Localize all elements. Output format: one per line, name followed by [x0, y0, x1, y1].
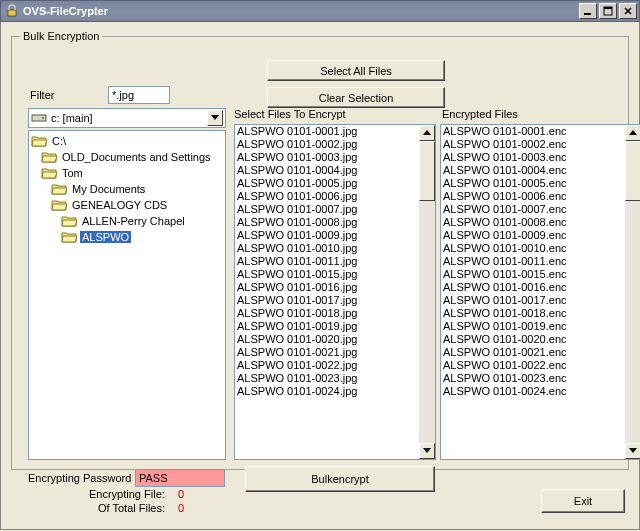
window-title: OVS-FileCrypter: [23, 5, 579, 17]
scroll-up-icon[interactable]: [419, 125, 435, 141]
minimize-button[interactable]: [579, 3, 597, 19]
folder-open-icon: [61, 230, 77, 244]
scroll-down-icon[interactable]: [419, 443, 435, 459]
list-item[interactable]: ALSPWO 0101-0003.enc: [443, 151, 623, 164]
maximize-button[interactable]: [599, 3, 617, 19]
list-item[interactable]: ALSPWO 0101-0020.enc: [443, 333, 623, 346]
list-item[interactable]: ALSPWO 0101-0023.enc: [443, 372, 623, 385]
password-label: Encrypting Password: [28, 472, 131, 484]
list-item[interactable]: ALSPWO 0101-0007.enc: [443, 203, 623, 216]
drive-text: c: [main]: [51, 112, 93, 124]
scroll-thumb[interactable]: [625, 141, 640, 201]
list-item[interactable]: ALSPWO 0101-0008.enc: [443, 216, 623, 229]
list-item[interactable]: ALSPWO 0101-0010.jpg: [237, 242, 417, 255]
list-item[interactable]: ALSPWO 0101-0021.enc: [443, 346, 623, 359]
list-item[interactable]: ALSPWO 0101-0001.jpg: [237, 125, 417, 138]
list-item[interactable]: ALSPWO 0101-0002.enc: [443, 138, 623, 151]
drive-combo[interactable]: c: [main]: [28, 108, 226, 128]
list-item[interactable]: ALSPWO 0101-0020.jpg: [237, 333, 417, 346]
list-item[interactable]: ALSPWO 0101-0003.jpg: [237, 151, 417, 164]
tree-item[interactable]: ALLEN-Perry Chapel: [31, 213, 223, 229]
tree-item[interactable]: C:\: [31, 133, 223, 149]
drive-icon: [31, 112, 47, 124]
folder-open-icon: [31, 134, 47, 148]
encrypted-files-label: Encrypted Files: [442, 108, 518, 120]
chevron-down-icon[interactable]: [207, 110, 223, 126]
list-item[interactable]: ALSPWO 0101-0016.jpg: [237, 281, 417, 294]
encrypted-files-list[interactable]: ALSPWO 0101-0001.encALSPWO 0101-0002.enc…: [440, 124, 640, 460]
encrypting-file-value: 0: [178, 488, 184, 500]
list-item[interactable]: ALSPWO 0101-0024.enc: [443, 385, 623, 398]
list-item[interactable]: ALSPWO 0101-0022.jpg: [237, 359, 417, 372]
bulk-encrypt-button[interactable]: Bulkencrypt: [245, 466, 435, 492]
tree-item-label: ALLEN-Perry Chapel: [80, 215, 187, 227]
list-item[interactable]: ALSPWO 0101-0005.jpg: [237, 177, 417, 190]
scrollbar[interactable]: [419, 125, 435, 459]
list-item[interactable]: ALSPWO 0101-0005.enc: [443, 177, 623, 190]
tree-item-label: OLD_Documents and Settings: [60, 151, 213, 163]
folder-tree[interactable]: C:\OLD_Documents and SettingsTomMy Docum…: [28, 130, 226, 460]
svg-rect-1: [584, 13, 591, 15]
list-item[interactable]: ALSPWO 0101-0015.jpg: [237, 268, 417, 281]
encrypting-file-label: Encrypting File:: [89, 488, 165, 500]
list-item[interactable]: ALSPWO 0101-0006.jpg: [237, 190, 417, 203]
client-area: Bulk Encryption Select All Files Clear S…: [0, 22, 640, 530]
list-item[interactable]: ALSPWO 0101-0018.enc: [443, 307, 623, 320]
list-item[interactable]: ALSPWO 0101-0022.enc: [443, 359, 623, 372]
exit-button[interactable]: Exit: [541, 489, 625, 513]
scroll-thumb[interactable]: [419, 141, 435, 201]
list-item[interactable]: ALSPWO 0101-0009.jpg: [237, 229, 417, 242]
tree-item[interactable]: Tom: [31, 165, 223, 181]
tree-item-label: My Documents: [70, 183, 147, 195]
scroll-down-icon[interactable]: [625, 443, 640, 459]
list-item[interactable]: ALSPWO 0101-0009.enc: [443, 229, 623, 242]
tree-item-label: C:\: [50, 135, 68, 147]
list-item[interactable]: ALSPWO 0101-0004.jpg: [237, 164, 417, 177]
scrollbar[interactable]: [625, 125, 640, 459]
list-item[interactable]: ALSPWO 0101-0017.enc: [443, 294, 623, 307]
list-item[interactable]: ALSPWO 0101-0006.enc: [443, 190, 623, 203]
filter-input[interactable]: [108, 86, 170, 104]
folder-open-icon: [51, 198, 67, 212]
files-to-encrypt-list[interactable]: ALSPWO 0101-0001.jpgALSPWO 0101-0002.jpg…: [234, 124, 436, 460]
lock-icon: [5, 4, 19, 18]
close-button[interactable]: [619, 3, 637, 19]
total-files-label: Of Total Files:: [98, 502, 165, 514]
list-item[interactable]: ALSPWO 0101-0011.enc: [443, 255, 623, 268]
total-files-value: 0: [178, 502, 184, 514]
tree-item[interactable]: My Documents: [31, 181, 223, 197]
list-item[interactable]: ALSPWO 0101-0010.enc: [443, 242, 623, 255]
folder-open-icon: [41, 166, 57, 180]
password-input[interactable]: [135, 469, 225, 487]
list-item[interactable]: ALSPWO 0101-0019.enc: [443, 320, 623, 333]
svg-rect-0: [8, 10, 16, 16]
list-item[interactable]: ALSPWO 0101-0007.jpg: [237, 203, 417, 216]
list-item[interactable]: ALSPWO 0101-0011.jpg: [237, 255, 417, 268]
scroll-up-icon[interactable]: [625, 125, 640, 141]
list-item[interactable]: ALSPWO 0101-0004.enc: [443, 164, 623, 177]
list-item[interactable]: ALSPWO 0101-0021.jpg: [237, 346, 417, 359]
folder-open-icon: [41, 150, 57, 164]
list-item[interactable]: ALSPWO 0101-0019.jpg: [237, 320, 417, 333]
clear-selection-button[interactable]: Clear Selection: [267, 87, 445, 108]
list-item[interactable]: ALSPWO 0101-0015.enc: [443, 268, 623, 281]
list-item[interactable]: ALSPWO 0101-0008.jpg: [237, 216, 417, 229]
tree-item-label: Tom: [60, 167, 85, 179]
list-item[interactable]: ALSPWO 0101-0002.jpg: [237, 138, 417, 151]
svg-rect-5: [42, 117, 44, 119]
list-item[interactable]: ALSPWO 0101-0017.jpg: [237, 294, 417, 307]
select-all-button[interactable]: Select All Files: [267, 60, 445, 81]
list-item[interactable]: ALSPWO 0101-0001.enc: [443, 125, 623, 138]
group-legend: Bulk Encryption: [20, 30, 102, 42]
folder-open-icon: [61, 214, 77, 228]
tree-item[interactable]: GENEALOGY CDS: [31, 197, 223, 213]
list-item[interactable]: ALSPWO 0101-0018.jpg: [237, 307, 417, 320]
titlebar: OVS-FileCrypter: [0, 0, 640, 22]
list-item[interactable]: ALSPWO 0101-0024.jpg: [237, 385, 417, 398]
tree-item[interactable]: ALSPWO: [31, 229, 223, 245]
list-item[interactable]: ALSPWO 0101-0016.enc: [443, 281, 623, 294]
tree-item-label: ALSPWO: [80, 231, 131, 243]
list-item[interactable]: ALSPWO 0101-0023.jpg: [237, 372, 417, 385]
bulk-encryption-group: Bulk Encryption Select All Files Clear S…: [11, 30, 629, 470]
tree-item[interactable]: OLD_Documents and Settings: [31, 149, 223, 165]
